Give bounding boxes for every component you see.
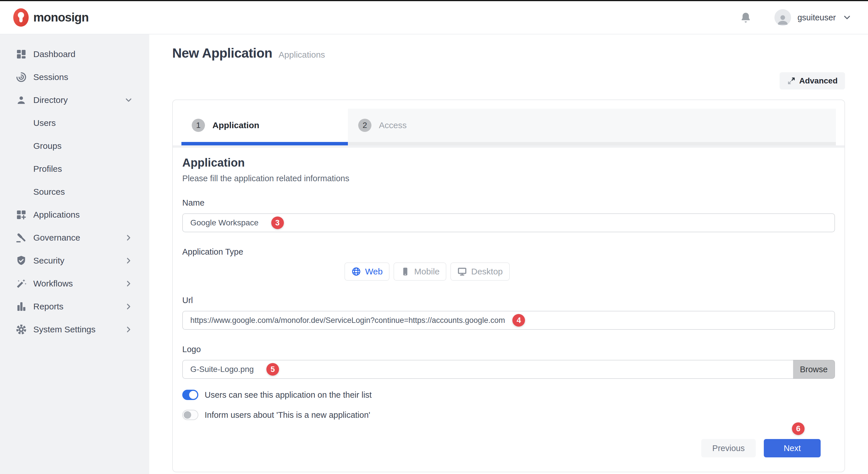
sidebar-item-directory[interactable]: Directory bbox=[0, 89, 149, 111]
chevron-down-icon bbox=[842, 12, 852, 22]
sidebar-item-label: Profiles bbox=[33, 164, 62, 174]
type-option-mobile[interactable]: Mobile bbox=[394, 262, 446, 281]
sidebar-item-sessions[interactable]: Sessions bbox=[0, 66, 149, 89]
gear-icon bbox=[16, 324, 27, 335]
wizard-card: 1 Application 2 Access Application Pleas… bbox=[172, 100, 845, 472]
type-option-label: Mobile bbox=[414, 267, 439, 276]
wizard-actions: Previous Next 6 bbox=[182, 439, 835, 458]
sidebar-item-system-settings[interactable]: System Settings bbox=[0, 318, 149, 341]
application-form: Application Please fill the application … bbox=[173, 148, 844, 458]
sidebar-item-label: Sessions bbox=[33, 72, 68, 82]
dashboard-icon bbox=[16, 48, 27, 60]
tab-access[interactable]: 2 Access bbox=[348, 109, 836, 145]
avatar bbox=[774, 9, 791, 26]
sidebar-item-label: Workflows bbox=[33, 279, 73, 289]
sidebar-item-workflows[interactable]: Workflows bbox=[0, 272, 149, 295]
name-label: Name bbox=[182, 198, 835, 208]
monitor-icon bbox=[457, 267, 467, 276]
sidebar-item-groups[interactable]: Groups bbox=[0, 134, 149, 158]
sidebar-item-label: System Settings bbox=[33, 325, 96, 334]
globe-icon bbox=[351, 267, 361, 276]
type-option-label: Desktop bbox=[471, 267, 503, 276]
inform-toggle-label: Inform users about 'This is a new applic… bbox=[205, 410, 370, 420]
form-description: Please fill the application related info… bbox=[182, 174, 835, 183]
sidebar-item-security[interactable]: Security bbox=[0, 249, 149, 272]
sidebar-item-governance[interactable]: Governance bbox=[0, 226, 149, 249]
inform-toggle[interactable] bbox=[182, 410, 198, 420]
next-label: Next bbox=[784, 444, 801, 453]
type-option-desktop[interactable]: Desktop bbox=[451, 262, 509, 281]
type-option-web[interactable]: Web bbox=[344, 262, 390, 281]
toggle-knob bbox=[184, 411, 191, 419]
shield-icon bbox=[16, 255, 27, 266]
sidebar-item-reports[interactable]: Reports bbox=[0, 295, 149, 318]
tab-divider bbox=[173, 145, 844, 148]
logo-upload-row: G-Suite-Logo.png 5 Browse bbox=[182, 360, 835, 379]
tab-label: Application bbox=[212, 121, 259, 130]
governance-icon bbox=[16, 232, 27, 243]
page-title: New Application bbox=[172, 45, 272, 61]
chevron-right-icon bbox=[124, 302, 133, 311]
sidebar-item-label: Applications bbox=[33, 210, 80, 219]
brand-name: monosign bbox=[33, 11, 89, 24]
phone-icon bbox=[400, 267, 410, 276]
application-type-options: Web Mobile Desktop bbox=[182, 262, 672, 281]
annotation-badge-6: 6 bbox=[792, 422, 805, 435]
chevron-down-icon bbox=[124, 96, 133, 105]
url-input[interactable]: https://www.google.com/a/monofor.dev/Ser… bbox=[182, 311, 835, 330]
brand-logo[interactable]: monosign bbox=[13, 8, 89, 27]
wizard-tabs: 1 Application 2 Access bbox=[181, 109, 836, 145]
tab-step-number: 1 bbox=[192, 119, 205, 132]
chevron-right-icon bbox=[124, 256, 133, 265]
sessions-icon bbox=[16, 71, 27, 83]
sidebar-item-label: Security bbox=[33, 256, 64, 266]
logo-file-input[interactable]: G-Suite-Logo.png 5 bbox=[182, 360, 793, 379]
username: gsuiteuser bbox=[797, 13, 836, 22]
sidebar-item-profiles[interactable]: Profiles bbox=[0, 158, 149, 180]
url-value: https://www.google.com/a/monofor.dev/Ser… bbox=[190, 316, 505, 325]
sidebar-item-dashboard[interactable]: Dashboard bbox=[0, 43, 149, 66]
sidebar-item-sources[interactable]: Sources bbox=[0, 180, 149, 203]
app-header: monosign gsuiteuser bbox=[0, 1, 868, 34]
application-type-label: Application Type bbox=[182, 247, 835, 257]
applications-icon bbox=[16, 209, 27, 221]
tab-label: Access bbox=[379, 121, 407, 130]
logo-file-value: G-Suite-Logo.png bbox=[190, 365, 254, 374]
logo-label: Logo bbox=[182, 345, 835, 354]
annotation-badge-3: 3 bbox=[271, 216, 284, 229]
previous-button[interactable]: Previous bbox=[701, 439, 756, 458]
advanced-button[interactable]: Advanced bbox=[780, 72, 845, 90]
name-value: Google Workspace bbox=[190, 218, 259, 227]
chevron-right-icon bbox=[124, 233, 133, 242]
sidebar-item-label: Reports bbox=[33, 302, 63, 311]
main-content: New Application Applications Advanced 1 … bbox=[149, 34, 868, 474]
directory-icon bbox=[16, 94, 27, 106]
tab-application[interactable]: 1 Application bbox=[181, 109, 348, 145]
sidebar-item-users[interactable]: Users bbox=[0, 111, 149, 134]
type-option-label: Web bbox=[365, 267, 383, 276]
bar-chart-icon bbox=[16, 301, 27, 312]
sidebar-item-label: Users bbox=[33, 118, 56, 128]
inform-toggle-row: Inform users about 'This is a new applic… bbox=[182, 410, 835, 420]
browse-label: Browse bbox=[800, 365, 828, 374]
visibility-toggle-row: Users can see this application on the th… bbox=[182, 390, 835, 400]
next-button[interactable]: Next 6 bbox=[764, 439, 820, 458]
visibility-toggle[interactable] bbox=[182, 390, 198, 400]
browse-button[interactable]: Browse bbox=[793, 360, 835, 379]
annotation-badge-5: 5 bbox=[267, 363, 279, 376]
sidebar-item-label: Dashboard bbox=[33, 49, 75, 59]
sidebar-item-label: Groups bbox=[33, 141, 61, 151]
visibility-toggle-label: Users can see this application on the th… bbox=[205, 390, 372, 400]
breadcrumb: Applications bbox=[279, 50, 325, 60]
sidebar-item-label: Sources bbox=[33, 187, 65, 197]
magic-wand-icon bbox=[16, 278, 27, 289]
chevron-right-icon bbox=[124, 325, 133, 334]
advanced-label: Advanced bbox=[799, 76, 838, 86]
tab-step-number: 2 bbox=[358, 119, 371, 132]
sidebar: Dashboard Sessions Directory Users Group… bbox=[0, 34, 149, 474]
bell-icon[interactable] bbox=[739, 11, 752, 24]
name-input[interactable]: Google Workspace 3 bbox=[182, 213, 835, 232]
user-menu[interactable]: gsuiteuser bbox=[774, 9, 852, 26]
sidebar-item-applications[interactable]: Applications bbox=[0, 203, 149, 226]
form-heading: Application bbox=[182, 156, 835, 169]
